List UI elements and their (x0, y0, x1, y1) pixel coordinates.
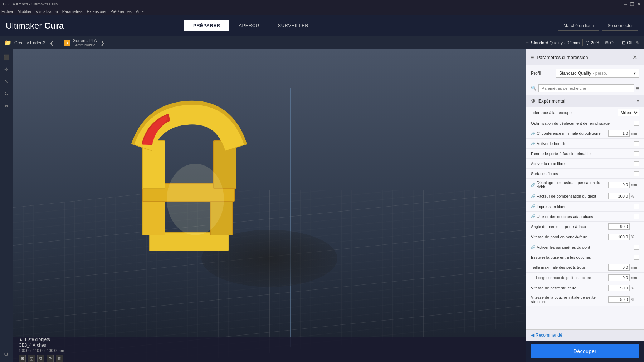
header-right: Marché en ligne Se connecter (558, 21, 638, 31)
svg-point-14 (167, 164, 224, 235)
adhesion-section: ⊟ Off (622, 40, 633, 45)
chevron-left-icon: ◀ (531, 333, 534, 338)
setting-tolerance: Tolérance à la découpe Milieu (526, 107, 644, 118)
slice-btn[interactable]: Découper (531, 344, 639, 358)
machine-chevron[interactable]: ❮ (48, 39, 55, 46)
slice-section: Découper (526, 341, 644, 362)
menu-preferences[interactable]: Préférences (110, 9, 131, 14)
viewport[interactable]: ▲ Liste d'objets CE3_4 Arches 100.0 x 11… (13, 49, 526, 362)
tool-select[interactable]: ⬛ (1, 52, 11, 62)
tolerance-dropdown[interactable]: Milieu (618, 109, 639, 116)
small-holes-unit: mm (631, 266, 639, 269)
search-icon: 🔍 (531, 86, 536, 91)
profile-dropdown[interactable]: Standard Quality - perso... ▾ (556, 69, 639, 78)
action-copy[interactable]: ⊞ (19, 355, 26, 362)
main-area: ⬛ ✛ ⤡ ↻ ⇔ ⚙ (0, 49, 644, 362)
material-chevron[interactable]: ❯ (99, 39, 106, 46)
link-icon-wireframe: 🔗 (531, 204, 535, 208)
link-icon-shield: 🔗 (531, 142, 535, 145)
signin-btn[interactable]: Se connecter (602, 21, 638, 31)
action-move[interactable]: ⧉ (37, 355, 44, 362)
setting-label-freewheel: Activer la roue libre (531, 162, 634, 166)
nav-preview[interactable]: APERÇU (230, 20, 268, 31)
menu-aide[interactable]: Aide (136, 9, 144, 14)
tool-scale[interactable]: ⤡ (1, 76, 11, 86)
bridge-checkbox[interactable] (634, 245, 639, 250)
setting-flow-factor: 🔗 Facteur de compensation du débit % (526, 191, 644, 202)
action-duplicate[interactable]: ◱ (28, 355, 35, 362)
object-list-label: Liste d'objets (25, 337, 50, 342)
setting-value-optimize (634, 121, 639, 126)
svg-rect-5 (143, 200, 165, 235)
small-struct-len-input[interactable] (608, 274, 630, 281)
small-struct-len-unit: mm (631, 276, 639, 280)
flow-factor-input[interactable] (608, 193, 630, 199)
setting-value-flow-factor: % (608, 193, 639, 199)
setting-label-optimize: Optimisation du déplacement de remplissa… (531, 121, 634, 125)
setting-fuzzy: Surfaces floues (526, 169, 644, 179)
freewheel-checkbox[interactable] (634, 161, 639, 166)
min-circ-unit: mm (631, 132, 639, 135)
tool-rotate[interactable]: ↻ (1, 89, 11, 99)
settings-edit-icon[interactable]: ✎ (635, 40, 640, 46)
window-title: CE3_4 Arches - Ultimaker Cura (3, 2, 58, 6)
folder-icon[interactable]: 📁 (4, 39, 11, 46)
small-struct-init-input[interactable] (608, 296, 630, 303)
material-name: Generic PLA (73, 38, 97, 43)
titlebar: CE3_4 Arches - Ultimaker Cura ─ ❐ ✕ (0, 0, 644, 8)
fuzzy-checkbox[interactable] (634, 171, 639, 176)
left-sidebar: ⬛ ✛ ⤡ ↻ ⇔ ⚙ (0, 49, 13, 362)
setting-overhang-speed: Vitesse de paroi en porte-à-faux % (526, 232, 644, 242)
setting-label-overhang-angle: Angle de parois en porte-à-faux (531, 224, 608, 229)
maximize-btn[interactable]: ❐ (630, 1, 634, 7)
menu-modifier[interactable]: Modifier (18, 9, 31, 14)
quality-section: ≡ Standard Quality - 0.2mm (526, 40, 580, 46)
setting-label-adaptive: 🔗 Utiliser des couches adaptatives (531, 214, 634, 219)
setting-value-min-circ: mm (608, 130, 639, 137)
object-name: CE3_4 Arches (19, 343, 64, 348)
close-btn[interactable]: ✕ (637, 1, 641, 7)
menu-parametres[interactable]: Paramètres (62, 9, 83, 14)
action-delete[interactable]: 🗑 (56, 355, 63, 362)
tool-settings[interactable]: ⚙ (1, 349, 11, 359)
profile-value: Standard Quality (559, 71, 591, 76)
window-controls[interactable]: ─ ❐ ✕ (624, 1, 641, 7)
optimize-checkbox[interactable] (634, 121, 639, 126)
action-reset[interactable]: ⟳ (47, 355, 54, 362)
setting-value-small-struct-init: % (608, 296, 639, 303)
nav-prepare[interactable]: PRÉPARER (184, 20, 229, 31)
recommend-btn[interactable]: ◀ Recommandé (531, 333, 562, 338)
wipe-checkbox[interactable] (634, 255, 639, 260)
menu-extensions[interactable]: Extensions (87, 9, 106, 14)
search-input[interactable] (538, 84, 634, 92)
setting-small-struct-speed: Vitesse de petite structure % (526, 283, 644, 293)
panel-close-btn[interactable]: ✕ (630, 53, 639, 61)
overhang-checkbox[interactable] (634, 151, 639, 156)
minimize-btn[interactable]: ─ (624, 1, 627, 7)
adaptive-checkbox[interactable] (634, 214, 639, 219)
overhang-angle-input[interactable] (608, 223, 630, 230)
flow-offset-input[interactable] (608, 182, 630, 188)
setting-label-bridge: 🔗 Activer les paramètres du pont (531, 245, 634, 249)
marketplace-btn[interactable]: Marché en ligne (558, 21, 599, 31)
small-holes-input[interactable] (608, 264, 630, 271)
wireframe-checkbox[interactable] (634, 204, 639, 209)
support-value: Off (610, 40, 616, 45)
object-action-btns: ⊞ ◱ ⧉ ⟳ 🗑 (19, 355, 64, 362)
quality-label: Standard Quality - 0.2mm (531, 40, 580, 45)
shield-checkbox[interactable] (634, 141, 639, 146)
overhang-speed-input[interactable] (608, 234, 630, 240)
setting-min-circumference: 🔗 Circonférence minimale du polygone mm (526, 128, 644, 139)
flow-factor-unit: % (631, 194, 639, 198)
object-list-toggle[interactable]: ▲ Liste d'objets (19, 337, 64, 342)
menu-visualisation[interactable]: Visualisation (36, 9, 58, 14)
menu-fichier[interactable]: Fichier (1, 9, 13, 14)
setting-small-struct-init-speed: Vitesse de la couche initiale de petite … (526, 293, 644, 306)
section-experimental-header[interactable]: ⚗ Expérimental ▾ (526, 95, 644, 107)
nav-monitor[interactable]: SURVEILLER (269, 20, 318, 31)
tool-move[interactable]: ✛ (1, 64, 11, 74)
tool-mirror[interactable]: ⇔ (1, 101, 11, 111)
search-menu-btn[interactable]: ≡ (636, 85, 639, 91)
min-circ-input[interactable] (608, 130, 630, 137)
small-struct-speed-input[interactable] (608, 285, 630, 291)
